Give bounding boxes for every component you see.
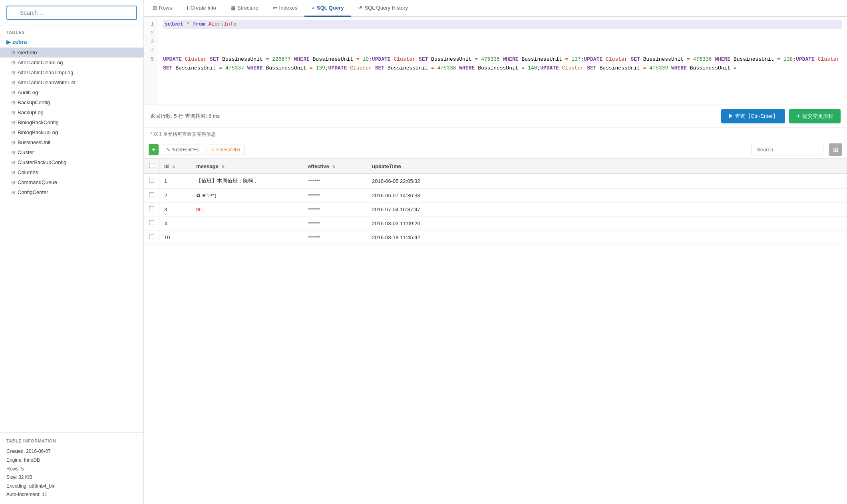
table-info-rows: Rows: 5 [6, 465, 137, 474]
table-row: 2 ✿-≡ℸ°ᵒ*) ****** 2016-06-07 14:36:38 [144, 189, 847, 202]
tab-sql-query[interactable]: ≡ SQL Query [304, 0, 351, 17]
sidebar-table-item[interactable]: ⊞BinlogBackConfig [0, 117, 143, 127]
edit-button[interactable]: ✎ ✎ctrl+shift+c [162, 145, 203, 155]
arrow-icon: ▶ [6, 39, 11, 45]
tab-rows[interactable]: ⊞ Rows [145, 0, 179, 17]
sql-query-icon: ≡ [312, 5, 315, 11]
sql-editor[interactable]: 1 2 3 4 5 select * from AlertInfo UPDATE… [144, 17, 847, 105]
th-updatetime[interactable]: updateTime [367, 159, 847, 174]
tab-structure[interactable]: ▦ Structure [223, 0, 266, 17]
table-icon: ⊞ [11, 140, 15, 145]
table-icon: ⊞ [11, 100, 15, 105]
sidebar-table-item[interactable]: ⊞Cluster [0, 147, 143, 157]
line-numbers: 1 2 3 4 5 [144, 17, 158, 105]
row-checkbox[interactable] [149, 178, 154, 183]
th-id[interactable]: id ⇅ [159, 159, 191, 174]
row-checkbox[interactable] [149, 206, 154, 211]
search-area: 🔍 [0, 0, 143, 26]
tab-sql-query-history-label: SQL Query History [364, 5, 408, 11]
sidebar-table-item[interactable]: ⊞AlertInfo [0, 48, 143, 58]
row-message: ✿-≡ℸ°ᵒ*) [191, 189, 303, 202]
rows-icon: ⊞ [153, 5, 157, 11]
tab-create-info[interactable]: ℹ Create Info [179, 0, 223, 17]
run-query-button[interactable]: ▶ 查询【Ctrl-Enter】 [721, 109, 785, 123]
grid-view-button[interactable]: ⊞ [829, 143, 842, 156]
table-name: AlterTableCleanLog [18, 60, 63, 65]
sidebar-table-item[interactable]: ⊞Columns [0, 167, 143, 177]
results-toolbar: + ✎ ✎ctrl+shift+c ≡ ≡ctrl+shift+i ⊞ [144, 141, 847, 159]
row-checkbox-cell [144, 202, 159, 216]
tables-section: TABLES ▶ zebra ⊞AlertInfo⊞AlterTableClea… [0, 26, 143, 432]
tab-bar: ⊞ Rows ℹ Create Info ▦ Structure ⇌ Index… [144, 0, 847, 17]
th-effective[interactable]: effective ⇅ [303, 159, 367, 174]
tab-indexes-label: Indexes [279, 5, 298, 11]
table-info-size: Size: 32 KiB [6, 473, 137, 482]
table-header-row: id ⇅ message ⇅ effective ⇅ updateTime [144, 159, 847, 174]
sidebar-table-item[interactable]: ⊞AuditLog [0, 87, 143, 97]
tab-sql-query-history[interactable]: ↺ SQL Query History [351, 0, 415, 17]
sidebar-table-item[interactable]: ⊞ClusterBackupConfig [0, 157, 143, 167]
code-line-2 [163, 29, 842, 38]
table-name: ConfigCenter [18, 189, 48, 195]
sidebar-table-item[interactable]: ⊞BussinessUnit [0, 137, 143, 147]
tab-sql-query-label: SQL Query [317, 5, 344, 11]
create-info-icon: ℹ [187, 5, 189, 11]
row-message [191, 230, 303, 244]
table-info-engine: Engine: InnoDB [6, 456, 137, 465]
insert-button[interactable]: ≡ ≡ctrl+shift+i [207, 145, 245, 155]
new-row-button[interactable]: + [149, 144, 159, 155]
table-name: CommandQueue [18, 179, 57, 185]
row-updatetime: 2016-08-03 11:09:20 [367, 216, 847, 230]
results-search-input[interactable] [752, 144, 823, 155]
table-body: 1 【值班】本周值班：陈柯... ****** 2016-06-05 22:05… [144, 174, 847, 244]
table-icon: ⊞ [11, 150, 15, 155]
tab-indexes[interactable]: ⇌ Indexes [266, 0, 305, 17]
code-area[interactable]: select * from AlertInfo UPDATE Cluster S… [158, 17, 847, 105]
tab-structure-label: Structure [237, 5, 258, 11]
submit-changes-button[interactable]: ✈ 提交变更流程 [789, 109, 841, 123]
table-icon: ⊞ [11, 70, 15, 75]
tab-rows-label: Rows [159, 5, 172, 11]
row-checkbox[interactable] [149, 220, 154, 225]
sidebar-table-item[interactable]: ⊞AlterTableCleanTmpLog [0, 67, 143, 77]
table-info-auto-increment: Auto-Increment: 11 [6, 490, 137, 499]
table-info-created: Created: 2016-06-07 [6, 447, 137, 456]
sidebar-table-item[interactable]: ⊞ConfigCenter [0, 187, 143, 197]
sidebar-table-item[interactable]: ⊞BinlogBackupLog [0, 127, 143, 137]
th-message[interactable]: message ⇅ [191, 159, 303, 174]
row-message: ht... [191, 202, 303, 216]
structure-icon: ▦ [231, 5, 235, 11]
sidebar-table-item[interactable]: ⊞BackupConfig [0, 97, 143, 107]
table-list: ⊞AlertInfo⊞AlterTableCleanLog⊞AlterTable… [0, 48, 143, 197]
table-row: 4 ****** 2016-08-03 11:09:20 [144, 216, 847, 230]
table-name: ClusterBackupConfig [18, 159, 66, 165]
row-effective: ****** [303, 230, 367, 244]
table-name: AuditLog [18, 89, 38, 95]
row-checkbox[interactable] [149, 192, 154, 197]
insert-label: ≡ctrl+shift+i [215, 147, 240, 153]
table-name: Cluster [18, 149, 34, 155]
main-content: ⊞ Rows ℹ Create Info ▦ Structure ⇌ Index… [144, 0, 847, 504]
code-line-3 [163, 38, 842, 46]
table-name: AlterTableCleanTmpLog [18, 69, 73, 75]
search-input[interactable] [6, 6, 137, 20]
sidebar-table-item[interactable]: ⊞AlterTableCleanWhiteList [0, 77, 143, 87]
sidebar-table-item[interactable]: ⊞CommandQueue [0, 177, 143, 187]
results-hint: * 双击单元格可查看其完整信息 [144, 128, 847, 141]
table-row: 10 ****** 2016-08-18 11:45:42 [144, 230, 847, 244]
db-item-zebra[interactable]: ▶ zebra [0, 36, 143, 48]
table-info-encoding: Encoding: utf8mb4_bin [6, 482, 137, 491]
row-effective: ****** [303, 202, 367, 216]
select-all-checkbox[interactable] [149, 163, 154, 168]
db-name: zebra [12, 39, 27, 45]
table-icon: ⊞ [11, 90, 15, 95]
code-line-4 [163, 46, 842, 55]
query-buttons: ▶ 查询【Ctrl-Enter】 ✈ 提交变更流程 [721, 109, 841, 123]
edit-label: ✎ctrl+shift+c [172, 147, 199, 153]
table-icon: ⊞ [11, 190, 15, 195]
row-updatetime: 2016-08-18 11:45:42 [367, 230, 847, 244]
sidebar-table-item[interactable]: ⊞BackupLog [0, 107, 143, 117]
search-wrapper: 🔍 [6, 6, 137, 20]
row-checkbox[interactable] [149, 234, 154, 239]
sidebar-table-item[interactable]: ⊞AlterTableCleanLog [0, 58, 143, 67]
